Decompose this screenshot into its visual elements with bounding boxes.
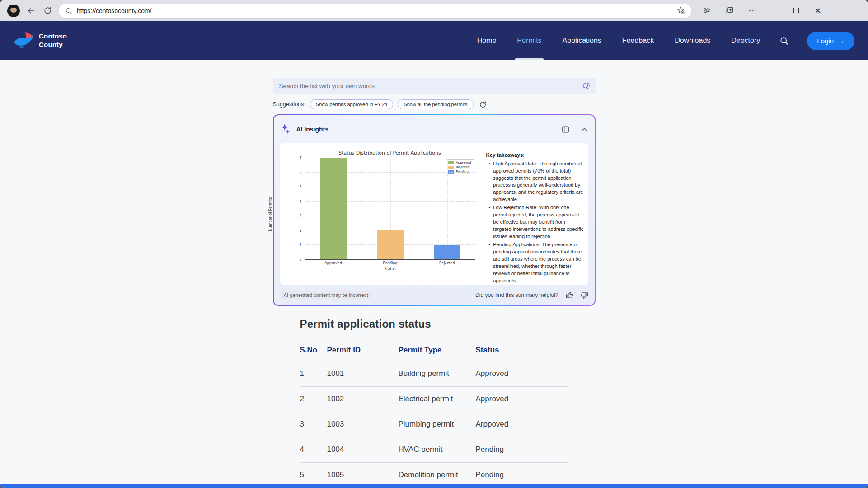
browser-window: https://contosocounty.com/ ✕ [0,0,868,488]
refresh-icon[interactable] [42,6,52,16]
chart-y-axis-label: Number of Permits [268,197,272,231]
ai-search-icon[interactable] [582,81,591,91]
close-button[interactable]: ✕ [813,6,822,16]
table-cell: 3 [300,412,327,437]
table-cell: Pending [476,437,568,463]
bookmark-star-icon[interactable] [676,6,685,15]
bar-approved [320,158,347,259]
suggestion-chips: Show permits approved in FY'24Show all t… [310,99,474,109]
table-cell: 2 [300,387,327,412]
brand[interactable]: Contoso County [14,31,67,50]
browser-toolbar: https://contosocounty.com/ ✕ [0,0,868,21]
nav-item-permits[interactable]: Permits [517,21,541,60]
table-cell: HVAC permit [399,437,476,463]
search-icon [65,7,72,14]
table-cell: Electrical permit [399,387,476,412]
chart-title: Status Distribution of Permit Applicatio… [305,150,475,156]
side-panel-icon[interactable] [561,125,570,134]
site-navbar: Contoso County HomePermitsApplicationsFe… [0,21,868,60]
table-row[interactable]: 11001Building permitApproved [300,361,568,387]
collections-icon[interactable] [725,6,735,16]
table-cell: 4 [300,437,327,463]
ai-insights-body: Status Distribution of Permit Applicatio… [280,143,588,285]
key-takeaways: Key takeaways: High Approval Rate: The h… [480,147,585,282]
collapse-chevron-icon[interactable] [581,126,588,133]
table-cell: Arppoved [476,412,568,437]
suggestions-row: Suggestions: Show permits approved in FY… [273,99,596,109]
gridline [447,159,448,259]
table-cell: 1003 [327,412,399,437]
takeaway-item-1: High Approval Rate: The high number of a… [489,160,584,204]
search-input[interactable] [273,78,596,94]
legend-entry-approved: Approved [448,161,471,164]
maximize-button[interactable] [792,6,801,15]
table-cell: 1002 [327,387,399,412]
suggestion-chip-1[interactable]: Show permits approved in FY'24 [310,99,394,109]
y-tick-label: 0 [299,258,301,262]
takeaway-item-2: Low Rejection Rate: With only one permit… [489,204,584,240]
nav-item-downloads[interactable]: Downloads [675,21,710,60]
x-tick-label: Pending [383,261,398,265]
browser-action-icons: ✕ [702,6,822,16]
table-row[interactable]: 21002Electrical permitApproved [300,387,568,412]
legend-label: Pending [456,170,469,174]
legend-swatch [448,161,454,164]
table-cell: 1 [300,361,327,387]
legend-label: Rejected [456,165,469,169]
takeaways-heading: Key takeaways: [486,151,584,159]
legend-swatch [448,166,454,169]
table-row[interactable]: 31003Plumbing permitArppoved [300,412,568,437]
contoso-logo-icon [14,31,34,50]
nav-item-directory[interactable]: Directory [731,21,760,60]
url-text[interactable]: https://contosocounty.com/ [77,7,672,14]
suggestion-chip-2[interactable]: Show all the pending permits [398,99,473,109]
more-menu-icon[interactable] [747,6,757,16]
y-tick-label: 7 [299,156,301,160]
back-icon[interactable] [26,6,36,16]
login-button[interactable]: Login→ [807,32,854,50]
permit-table: S.NoPermit IDPermit TypeStatus 11001Buil… [300,340,568,488]
list-search [273,78,596,94]
nav-item-feedback[interactable]: Feedback [622,21,654,60]
y-tick-label: 3 [299,214,301,218]
ai-insights-footer: AI-generated content may be incorrect Di… [280,285,588,305]
y-tick-label: 4 [299,200,301,204]
status-distribution-chart: Status Distribution of Permit Applicatio… [285,147,480,282]
bar-pending [377,230,404,259]
favorites-icon[interactable] [702,6,712,16]
y-tick-label: 5 [299,185,301,189]
footer-top-bar [0,484,868,488]
feedback-prompt: Did you find this summary helpful? [475,292,558,298]
y-tick-label: 2 [299,229,301,233]
permit-table-header-row: S.NoPermit IDPermit TypeStatus [300,340,568,361]
suggestions-label: Suggestions: [273,101,305,108]
arrow-right-icon: → [838,37,845,45]
ai-insights-title: AI Insights [296,126,329,133]
takeaway-item-3: Pending Applications: The presence of pe… [489,241,584,285]
chart-x-axis-label: Status [384,267,396,271]
minimize-button[interactable] [770,6,779,15]
table-cell: 1004 [327,437,399,463]
refresh-suggestions-icon[interactable] [479,101,487,108]
table-row[interactable]: 41004HVAC permitPending [300,437,568,463]
x-tick-label: Approved [324,261,342,265]
legend-swatch [448,170,454,174]
nav-item-applications[interactable]: Applications [563,21,601,60]
column-header: S.No [300,340,327,361]
profile-avatar[interactable] [7,5,20,17]
nav-menu: HomePermitsApplicationsFeedbackDownloads… [477,21,760,60]
address-bar[interactable]: https://contosocounty.com/ [59,4,691,18]
ai-disclaimer: AI-generated content may be incorrect [280,291,372,299]
nav-search-icon[interactable] [779,36,789,46]
thumbs-up-icon[interactable] [566,291,573,299]
table-cell: Approved [476,387,568,412]
column-header: Permit ID [327,340,399,361]
table-cell: 1001 [327,361,399,387]
column-header: Permit Type [399,340,476,361]
nav-item-home[interactable]: Home [477,21,497,60]
brand-name: Contoso County [39,32,67,49]
table-cell: Building permit [399,361,476,387]
main-content: Suggestions: Show permits approved in FY… [273,78,596,488]
chart-legend: ApprovedRejectedPending [446,159,474,175]
thumbs-down-icon[interactable] [581,291,588,299]
